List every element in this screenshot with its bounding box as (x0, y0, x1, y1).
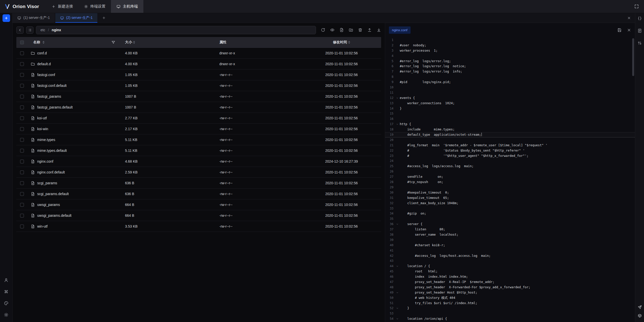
fold-chevron-icon[interactable] (395, 306, 400, 311)
code-line[interactable]: 35 (385, 216, 635, 222)
code-line[interactable]: 12events { (385, 95, 635, 101)
code-line[interactable]: 14} (385, 106, 635, 111)
row-checkbox[interactable] (20, 51, 24, 55)
code-line[interactable]: 22 # '$status $body_bytes_sent "$http_re… (385, 148, 635, 153)
code-line[interactable]: 9#pid logs/nginx.pid; (385, 80, 635, 85)
select-all-checkbox[interactable] (20, 41, 24, 44)
close-panel-icon[interactable] (627, 16, 631, 20)
file-row[interactable]: fastcgi_params.default1007 B-rw-r--r--20… (16, 102, 381, 113)
row-checkbox[interactable] (20, 160, 24, 163)
new-file-icon[interactable] (339, 28, 344, 32)
new-folder-icon[interactable] (349, 28, 353, 32)
code-line[interactable]: 51 try_files $uri $uri/ /index.html; (385, 301, 635, 306)
list-view-button[interactable] (26, 26, 33, 34)
fold-chevron-icon[interactable] (395, 290, 400, 295)
code-line[interactable]: 2#user nobody; (385, 43, 635, 48)
code-line[interactable]: 33 (385, 206, 635, 211)
fold-chevron-icon[interactable] (395, 316, 400, 321)
code-line[interactable]: 45 root html; (385, 269, 635, 274)
file-name-cell[interactable]: uwsgi_params (27, 203, 117, 207)
code-line[interactable]: 23 # '"$http_user_agent" "$http_x_forwar… (385, 153, 635, 159)
file-name-cell[interactable]: nginx.conf (27, 159, 117, 164)
toggle-hidden-icon[interactable] (330, 28, 335, 32)
transfer-list-icon[interactable] (637, 41, 642, 45)
row-checkbox[interactable] (20, 170, 24, 174)
fold-chevron-icon[interactable] (395, 222, 400, 227)
row-checkbox[interactable] (20, 149, 24, 153)
user-icon[interactable] (4, 278, 9, 282)
file-row[interactable]: mime.types5.11 KB-rw-r--r--2020-11-01 10… (16, 134, 381, 145)
code-line[interactable]: 39 (385, 237, 635, 243)
menu-item-terminal-settings[interactable]: 终端设置 (78, 0, 111, 13)
new-connection-button[interactable] (3, 14, 10, 22)
code-line[interactable]: 52 } (385, 306, 635, 311)
breadcrumb-item[interactable]: etc (41, 28, 45, 32)
file-row[interactable]: scgi_params636 B-rw-r--r--2020-11-01 10:… (16, 178, 381, 189)
fold-chevron-icon[interactable] (395, 264, 400, 269)
file-row[interactable]: fastcgi.conf.default1.05 KB-rw-r--r--202… (16, 80, 381, 91)
close-editor-icon[interactable] (627, 28, 631, 32)
file-row[interactable]: mime.types.default5.11 KB-rw-r--r--2020-… (16, 145, 381, 156)
code-line[interactable]: 18 include mime.types; (385, 127, 635, 132)
code-line[interactable]: 54 location /orion/api { (385, 316, 635, 321)
header-name[interactable]: 名称 (27, 40, 117, 45)
editor-file-tab[interactable]: nginx.conf (389, 26, 411, 34)
shortcuts-icon[interactable] (4, 289, 9, 294)
file-name-cell[interactable]: mime.types.default (27, 149, 117, 153)
row-checkbox[interactable] (20, 181, 24, 185)
code-line[interactable]: 25 #access_log logs/access.log main; (385, 164, 635, 169)
code-line[interactable]: 17http { (385, 122, 635, 127)
add-tab-icon[interactable] (98, 16, 110, 20)
file-row[interactable]: uwsgi_params664 B-rw-r--r--2020-11-01 10… (16, 199, 381, 210)
file-name-cell[interactable]: fastcgi.conf (27, 73, 117, 77)
row-checkbox[interactable] (20, 127, 24, 131)
code-line[interactable]: 30 #keepalive_timeout 0; (385, 190, 635, 195)
snippets-icon[interactable] (637, 16, 642, 21)
code-line[interactable]: 41 (385, 248, 635, 253)
file-name-cell[interactable]: fastcgi.conf.default (27, 84, 117, 88)
file-name-cell[interactable]: scgi_params.default (27, 192, 117, 196)
back-button[interactable] (16, 26, 24, 34)
appearance-icon[interactable] (4, 301, 9, 306)
code-line[interactable]: 16 (385, 116, 635, 122)
file-name-cell[interactable]: fastcgi_params (27, 94, 117, 99)
breadcrumb-item[interactable]: nginx (52, 28, 61, 32)
code-line[interactable]: 11 (385, 90, 635, 95)
file-name-cell[interactable]: nginx.conf.default (27, 170, 117, 174)
row-checkbox[interactable] (20, 192, 24, 196)
tab-server-prod-1[interactable]: (1) server-生产-1 (13, 13, 55, 23)
code-line[interactable]: 40 #charset koi8-r; (385, 243, 635, 248)
header-size[interactable]: 大小 (117, 40, 212, 45)
header-mtime[interactable]: 修改时间 (319, 40, 381, 45)
row-checkbox[interactable] (20, 225, 24, 228)
code-line[interactable]: 36 server { (385, 222, 635, 227)
code-line[interactable]: 43 (385, 258, 635, 264)
file-row[interactable]: default.d4.00 KBdrwxr-xr-x2020-11-01 10:… (16, 59, 381, 69)
fold-chevron-icon[interactable] (395, 95, 400, 101)
code-line[interactable]: 42 #access_log logs/host.access.log main… (385, 253, 635, 259)
tab-server-prod-2[interactable]: (2) server-生产-1 (55, 13, 97, 23)
code-line[interactable]: 13 worker_connections 1024; (385, 101, 635, 106)
file-transfer-icon[interactable] (637, 313, 642, 318)
code-line[interactable]: 37 listen 80; (385, 227, 635, 232)
code-line[interactable]: 8 (385, 74, 635, 80)
row-checkbox[interactable] (20, 116, 24, 120)
code-line[interactable]: 5#error_log logs/error.log; (385, 59, 635, 64)
file-row[interactable]: nginx.conf4.68 KB-rw-r--r--2024-12-10 16… (16, 156, 381, 167)
file-row[interactable]: nginx.conf.default2.59 KB-rw-r--r--2020-… (16, 167, 381, 178)
code-line[interactable]: 10 (385, 85, 635, 90)
code-line[interactable]: 50 # web history 模式 404 (385, 295, 635, 301)
menu-item-new-connection[interactable]: 新建连接 (46, 0, 78, 13)
file-name-cell[interactable]: koi-win (27, 127, 117, 131)
file-row[interactable]: koi-win2.17 KB-rw-r--r--2020-11-01 10:02… (16, 124, 381, 134)
code-line[interactable]: 19 default_type application/octet-stream… (385, 132, 635, 137)
file-row[interactable]: fastcgi.conf1.05 KB-rw-r--r--2020-11-01 … (16, 69, 381, 80)
fullscreen-icon[interactable] (634, 4, 639, 9)
code-line[interactable]: 38 server_name localhost; (385, 232, 635, 237)
download-icon[interactable] (377, 28, 381, 32)
code-line[interactable]: 32 client_max_body_size 1048m; (385, 201, 635, 206)
file-row[interactable]: conf.d4.00 KBdrwxr-xr-x2020-11-01 10:02:… (16, 48, 381, 59)
code-line[interactable]: 20 (385, 137, 635, 143)
breadcrumb[interactable]: etc/nginx (36, 26, 316, 34)
row-checkbox[interactable] (20, 84, 24, 88)
